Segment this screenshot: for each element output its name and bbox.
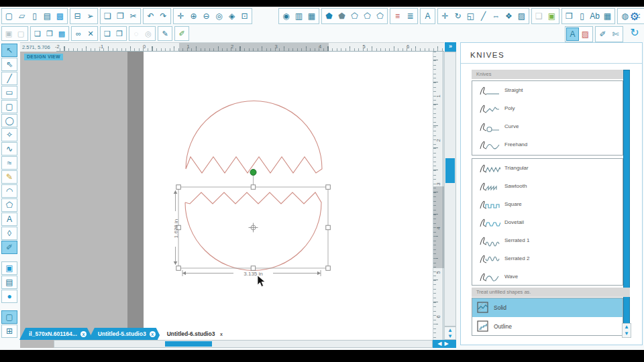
knife-tool[interactable]: ✐ — [1, 241, 17, 254]
fill-gradient-icon[interactable]: ⬠ — [348, 9, 361, 23]
workspace[interactable]: DESIGN VIEW — [20, 52, 433, 348]
knife-item-serrated1[interactable]: Serrated 1 — [472, 231, 623, 249]
print-icon[interactable]: ⊟ — [71, 9, 84, 23]
save-to-library-icon[interactable]: ▯ — [28, 9, 41, 23]
fill-panel-icon[interactable]: ▨ — [579, 27, 592, 41]
rotate-icon[interactable]: ↻ — [451, 9, 464, 23]
text-panel-icon[interactable]: A — [566, 27, 579, 41]
scroll-down-icon[interactable]: ▼ — [445, 333, 455, 339]
stamp-icon[interactable]: ❑ — [533, 9, 545, 23]
cloud-icon[interactable]: ● — [1, 290, 17, 303]
eraser-tool[interactable]: ◊ — [1, 227, 17, 240]
tab-close-icon[interactable]: x — [218, 331, 224, 337]
fill-pattern-icon[interactable]: ⬟ — [335, 9, 348, 23]
knife-item-sawtooth[interactable]: Sawtooth — [472, 177, 623, 195]
text-tool[interactable]: A — [1, 213, 17, 226]
modify-icon[interactable]: ▣ — [545, 9, 558, 23]
zoom-selection-icon[interactable]: ◎ — [213, 9, 225, 23]
undo-icon[interactable]: ↶ — [144, 9, 157, 23]
document-tab[interactable]: il_570xN.601164...x — [19, 328, 93, 340]
regular-polygon-tool[interactable]: ⬠ — [1, 198, 17, 212]
knife-item-dovetail[interactable]: Dovetail — [472, 213, 623, 231]
line-color-bars-icon[interactable]: ≡ — [391, 9, 404, 23]
group-icon[interactable]: ▣ — [3, 27, 15, 40]
tab-close-icon[interactable]: x — [150, 331, 156, 337]
curve-tool[interactable]: ∿ — [1, 142, 17, 156]
knife-item-straight[interactable]: Straight — [472, 81, 623, 99]
text-ab-icon[interactable]: Ab — [588, 9, 601, 23]
object-eraser-icon[interactable]: ✐ — [176, 27, 188, 40]
smooth-freehand-tool[interactable]: ✎ — [1, 170, 17, 184]
scroll-left-icon[interactable]: ◀ — [437, 341, 444, 347]
knife-item-poly[interactable]: Poly — [472, 99, 623, 117]
cut-icon[interactable]: ✂ — [127, 9, 140, 23]
design-page[interactable] — [144, 52, 433, 348]
rectangle-tool[interactable]: ▭ — [1, 86, 17, 99]
pan-icon[interactable]: ✛ — [174, 9, 187, 23]
vertical-scrollbar-thumb[interactable] — [445, 158, 455, 183]
panel-scroll-down-icon[interactable]: ▼ — [623, 330, 631, 337]
delete-icon[interactable]: ✕ — [85, 27, 97, 40]
bring-to-front-icon[interactable]: ❏ — [32, 27, 44, 40]
send-to-machine-icon[interactable]: ➢ — [84, 9, 97, 23]
zoom-drag-icon[interactable]: ◈ — [225, 9, 238, 23]
knife-item-square[interactable]: Square — [472, 195, 623, 213]
tab-close-icon[interactable]: x — [80, 331, 87, 337]
document-tab[interactable]: Untitled-6.studio3x — [158, 328, 231, 340]
edit-points-tool[interactable]: ⇖ — [1, 58, 17, 71]
mirror-icon[interactable]: ⇔ — [490, 9, 502, 23]
line-style-icon[interactable]: ≣ — [404, 9, 417, 23]
knife-item-triangular[interactable]: Triangular — [472, 159, 623, 177]
trace-area-icon[interactable]: ▨ — [515, 9, 528, 23]
scroll-up-icon[interactable]: ▲ — [445, 327, 455, 333]
zoom-in-icon[interactable]: ⊕ — [187, 9, 200, 23]
panel-scroll-up-icon[interactable]: ▲ — [623, 324, 631, 330]
fill-color-icon[interactable]: ⬟ — [323, 9, 335, 23]
knife-item-serrated2[interactable]: Serrated 2 — [472, 249, 623, 267]
knife-item-curve[interactable]: Curve — [472, 117, 623, 135]
sketch-pen-icon[interactable]: ✐ — [596, 27, 609, 41]
shear-icon[interactable]: ╱ — [477, 9, 490, 23]
save-icon[interactable]: ▤ — [41, 9, 54, 23]
library-icon[interactable]: ▣ — [1, 261, 17, 275]
effects-icon[interactable]: ❖ — [502, 9, 515, 23]
split-view-icon[interactable]: ⊞ — [1, 324, 17, 338]
paste-icon[interactable]: ❐ — [114, 9, 127, 23]
pick-pen-icon[interactable]: ✎ — [159, 27, 171, 40]
cutter-panel-icon[interactable]: ✄ — [609, 27, 622, 41]
select-tool[interactable]: ↖ — [1, 44, 17, 57]
registration-marks-icon[interactable]: ▦ — [305, 9, 318, 23]
expand-canvas-button[interactable]: » — [445, 42, 456, 52]
send-to-back-icon[interactable]: ❐ — [44, 27, 56, 40]
table-icon[interactable]: ▦ — [601, 9, 614, 23]
line-color-icon[interactable]: ⬠ — [361, 9, 374, 23]
sketch-icon[interactable]: ⬠ — [374, 9, 386, 23]
duplicate-right-icon[interactable]: ❐ — [113, 27, 125, 40]
copy-icon[interactable]: ❏ — [101, 9, 114, 23]
document-tab[interactable]: Untitled-5.studio3x — [89, 328, 162, 340]
text-style-icon[interactable]: A — [421, 9, 434, 23]
page-curl-icon[interactable]: ❒ — [563, 9, 576, 23]
settings-icon[interactable]: ⚙ — [627, 8, 642, 24]
design-view-icon[interactable]: ▢ — [1, 310, 17, 324]
move-icon[interactable]: ✛ — [439, 9, 451, 23]
page-outline-icon[interactable]: ▯ — [576, 9, 588, 23]
line-tool[interactable]: ╱ — [1, 72, 17, 85]
ungroup-icon[interactable]: ▢ — [15, 27, 27, 40]
panel-scroll-arrows[interactable]: ▲ ▼ — [622, 323, 631, 338]
knife-item-freehand[interactable]: Freehand — [472, 135, 623, 154]
save-as-icon[interactable]: ▩ — [54, 9, 66, 23]
treat-option-outline[interactable]: Outline — [472, 317, 623, 336]
fit-to-page-icon[interactable]: ⊡ — [238, 9, 251, 23]
weld-icon[interactable]: ∞ — [72, 27, 85, 40]
modify-panel-icon[interactable]: ◌ — [130, 27, 142, 40]
ellipse-tool[interactable]: ◯ — [1, 114, 17, 127]
knife-item-wave[interactable]: Wave — [472, 267, 623, 286]
rounded-rectangle-tool[interactable]: ▢ — [1, 100, 17, 113]
horizontal-scrollbar-thumb[interactable] — [165, 341, 212, 347]
trace-icon[interactable]: ◉ — [280, 9, 292, 23]
duplicate-left-icon[interactable]: ❏ — [101, 27, 113, 40]
polygon-tool[interactable]: ✧ — [1, 128, 17, 141]
scale-icon[interactable]: ◱ — [464, 9, 477, 23]
vertical-scrollbar[interactable] — [444, 52, 456, 326]
